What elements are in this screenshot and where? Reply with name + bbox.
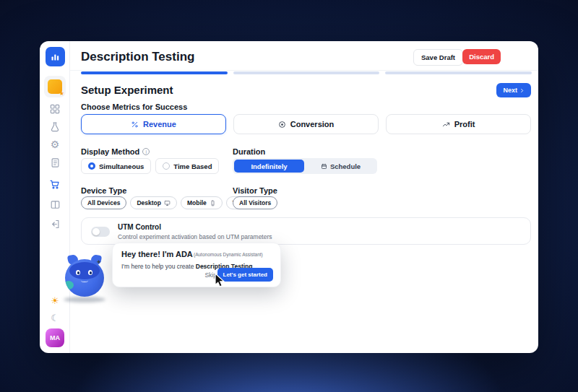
radio-unselected-icon xyxy=(163,162,170,170)
chevron-right-icon xyxy=(519,88,525,93)
conversion-icon xyxy=(278,121,286,129)
next-label: Next xyxy=(503,87,517,94)
assistant-subtitle: (Autonomous Dynamic Assistant) xyxy=(194,252,263,257)
profit-chart-icon xyxy=(442,121,450,129)
flask-icon xyxy=(49,121,61,133)
grid-icon xyxy=(49,103,61,115)
sidebar-item-experiment[interactable]: ★ xyxy=(40,76,70,97)
visitor-type-chips: All Visitors xyxy=(233,196,277,209)
chip-desktop[interactable]: Desktop xyxy=(130,196,177,209)
app-logo[interactable] xyxy=(40,47,70,66)
revenue-icon xyxy=(131,121,139,129)
avatar-initials: MA xyxy=(46,328,64,347)
assistant-popup: Hey there! I'm ADA (Autonomous Dynamic A… xyxy=(112,243,281,287)
chip-all-visitors[interactable]: All Visitors xyxy=(233,196,277,209)
duration-indefinitely[interactable]: Indefinitely xyxy=(234,160,304,173)
progress-step-2 xyxy=(233,71,380,74)
duration-segmented-control: Indefinitely Schedule xyxy=(233,158,377,174)
metric-label: Conversion xyxy=(290,120,335,129)
app-window: ★ ⚙ ☀ xyxy=(40,41,538,353)
duration-heading: Duration xyxy=(233,147,265,156)
desktop-icon xyxy=(164,200,171,206)
sun-icon: ☀ xyxy=(51,295,59,306)
document-icon xyxy=(50,157,61,168)
discard-button[interactable]: Discard xyxy=(462,49,501,64)
sidebar-item-logout[interactable] xyxy=(40,219,70,230)
chip-label: Desktop xyxy=(137,199,161,206)
radio-simultaneous[interactable]: Simultaneous xyxy=(81,158,151,174)
display-method-label: Display Method xyxy=(81,147,139,156)
metric-label: Revenue xyxy=(143,120,176,129)
metric-card-conversion[interactable]: Conversion xyxy=(233,114,379,134)
next-button[interactable]: Next xyxy=(496,83,531,97)
radio-label: Time Based xyxy=(173,162,212,170)
assistant-message-prefix: I'm here to help you create xyxy=(121,263,196,270)
moon-icon: ☾ xyxy=(51,313,59,323)
mouse-cursor-icon xyxy=(214,273,225,289)
wizard-progress xyxy=(81,71,532,74)
gear-icon: ⚙ xyxy=(51,139,60,149)
get-started-button[interactable]: Let's get started xyxy=(217,268,273,282)
user-avatar[interactable]: MA xyxy=(40,328,70,347)
radio-time-based[interactable]: Time Based xyxy=(155,158,219,174)
sidebar-item-documents[interactable] xyxy=(40,157,70,168)
columns-icon xyxy=(50,199,61,210)
display-method-heading: Display Method xyxy=(81,147,150,156)
experiment-badge-icon: ★ xyxy=(44,76,66,97)
progress-step-1 xyxy=(81,71,228,74)
segment-label: Schedule xyxy=(330,162,361,170)
utm-description: Control experiment activation based on U… xyxy=(118,233,272,240)
sidebar: ★ ⚙ ☀ xyxy=(40,41,70,353)
calendar-icon xyxy=(321,163,327,170)
metrics-heading: Choose Metrics for Success xyxy=(81,103,187,111)
mobile-icon xyxy=(210,200,216,206)
display-method-options: Simultaneous Time Based xyxy=(81,158,219,174)
device-type-heading: Device Type xyxy=(81,186,126,195)
cart-icon xyxy=(49,178,61,190)
chip-label: All Visitors xyxy=(239,199,271,206)
radio-selected-icon xyxy=(88,162,95,170)
sidebar-item-lab[interactable] xyxy=(40,121,70,133)
metric-card-profit[interactable]: Profit xyxy=(386,114,531,134)
metric-label: Profit xyxy=(454,120,475,129)
sidebar-item-dashboard[interactable] xyxy=(40,103,70,115)
chart-logo-icon xyxy=(46,47,65,66)
duration-schedule[interactable]: Schedule xyxy=(306,160,376,173)
save-draft-button[interactable]: Save Draft xyxy=(413,49,463,66)
logout-icon xyxy=(50,219,61,230)
section-title: Setup Experiment xyxy=(81,84,173,96)
chip-label: Mobile xyxy=(187,199,207,206)
chip-mobile[interactable]: Mobile xyxy=(181,196,223,209)
mascot-shadow xyxy=(64,297,105,302)
sidebar-item-products[interactable] xyxy=(40,178,70,190)
progress-step-3 xyxy=(385,71,532,74)
desktop-background: ★ ⚙ ☀ xyxy=(0,0,578,392)
sidebar-item-settings[interactable]: ⚙ xyxy=(40,139,70,149)
metric-card-revenue[interactable]: Revenue xyxy=(81,114,226,134)
metric-cards: Revenue Conversion Profit xyxy=(81,114,531,134)
utm-control-card: UTM Control Control experiment activatio… xyxy=(81,217,531,245)
radio-label: Simultaneous xyxy=(99,162,144,170)
visitor-type-heading: Visitor Type xyxy=(233,186,277,195)
chip-all-devices[interactable]: All Devices xyxy=(81,196,126,209)
toggle-knob-icon xyxy=(92,228,100,235)
segment-label: Indefinitely xyxy=(251,162,287,170)
utm-title: UTM Control xyxy=(118,223,161,231)
sidebar-item-boards[interactable] xyxy=(40,199,70,210)
header-divider xyxy=(70,70,538,71)
page-title: Description Testing xyxy=(81,50,194,64)
theme-dark-button[interactable]: ☾ xyxy=(40,313,70,323)
assistant-greeting: Hey there! I'm ADA xyxy=(121,250,193,258)
info-icon[interactable] xyxy=(142,148,150,155)
sparkle-icon: ✦ xyxy=(96,258,102,266)
chip-label: All Devices xyxy=(87,199,120,206)
utm-toggle[interactable] xyxy=(91,227,110,237)
